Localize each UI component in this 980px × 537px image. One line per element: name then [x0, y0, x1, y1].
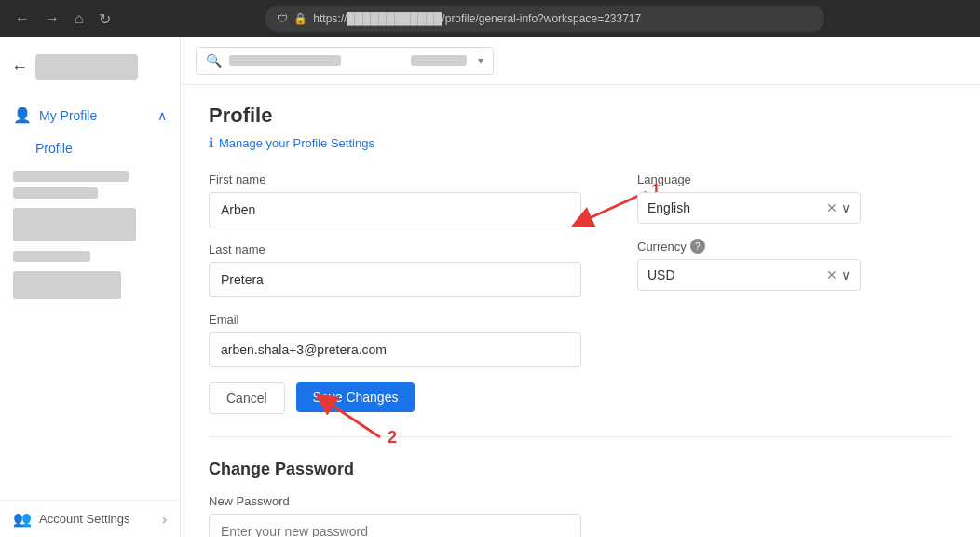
language-group: Language English ✕ ∨ — [637, 172, 861, 224]
first-name-group: First name 1 — [209, 172, 581, 227]
form-actions: Cancel Save Changes — [209, 382, 581, 414]
refresh-button[interactable]: ↻ — [95, 7, 115, 32]
right-panel: 🔍 ▾ Profile ℹ Manage your Profile Settin… — [181, 37, 980, 537]
form-left: First name 1 — [209, 172, 581, 414]
shield-icon: 🛡 — [277, 12, 288, 25]
chevron-up-icon: ∧ — [157, 108, 167, 123]
language-clear-icon[interactable]: ✕ — [826, 200, 837, 215]
currency-label-text: Currency — [637, 240, 687, 254]
sidebar-header: ← — [0, 47, 180, 88]
search-placeholder-graphic — [229, 55, 341, 66]
currency-value: USD — [647, 268, 826, 282]
url-text: https://████████████/profile/general-inf… — [313, 12, 641, 25]
form-columns: First name 1 — [209, 172, 952, 414]
email-group: Email — [209, 312, 581, 367]
currency-group: Currency ? USD ✕ ∨ — [637, 239, 861, 291]
language-select[interactable]: English ✕ ∨ — [637, 192, 861, 224]
language-label: Language — [637, 172, 861, 186]
currency-help-icon[interactable]: ? — [690, 239, 705, 254]
language-value: English — [647, 200, 826, 215]
save-button-wrapper: Save Changes 2 — [296, 382, 415, 414]
sidebar-bottom: 👥 Account Settings › — [0, 500, 180, 537]
manage-profile-link[interactable]: ℹ Manage your Profile Settings — [209, 135, 952, 150]
search-box[interactable]: 🔍 ▾ — [196, 47, 494, 75]
forward-button[interactable]: → — [41, 7, 63, 31]
sidebar-placeholders — [0, 163, 180, 310]
currency-chevron-icon[interactable]: ∨ — [841, 268, 851, 282]
save-changes-button[interactable]: Save Changes — [296, 382, 415, 412]
lock-icon: 🔒 — [293, 12, 307, 25]
address-bar[interactable]: 🛡 🔒 https://████████████/profile/general… — [265, 6, 824, 32]
new-password-group: New Password — [209, 494, 581, 537]
home-button[interactable]: ⌂ — [71, 7, 88, 31]
new-password-label: New Password — [209, 494, 581, 508]
currency-label-row: Currency ? — [637, 239, 861, 254]
section-divider — [209, 436, 952, 437]
page-title: Profile — [209, 103, 952, 128]
main-content: Profile ℹ Manage your Profile Settings F… — [181, 85, 980, 537]
last-name-label: Last name — [209, 242, 581, 256]
info-icon: ℹ — [209, 135, 213, 150]
last-name-group: Last name — [209, 242, 581, 297]
currency-clear-icon[interactable]: ✕ — [826, 268, 837, 282]
sidebar-item-profile[interactable]: Profile — [0, 133, 180, 163]
sidebar: ← 👤 My Profile ∧ Profile — [0, 37, 181, 537]
my-profile-label: My Profile — [39, 108, 97, 123]
new-password-input[interactable] — [209, 514, 581, 537]
sidebar-item-my-profile[interactable]: 👤 My Profile ∧ — [0, 97, 180, 133]
sidebar-back-button[interactable]: ← — [11, 58, 28, 77]
change-password-title: Change Password — [209, 460, 952, 479]
search-right-graphic — [411, 55, 467, 66]
email-input[interactable] — [209, 332, 581, 367]
search-icon: 🔍 — [206, 53, 222, 68]
sidebar-content: 👤 My Profile ∧ Profile — [0, 88, 180, 537]
account-settings-label: Account Settings — [39, 512, 130, 526]
browser-chrome: ← → ⌂ ↻ 🛡 🔒 https://████████████/profile… — [0, 0, 980, 37]
currency-select[interactable]: USD ✕ ∨ — [637, 259, 861, 291]
sidebar-item-account-settings[interactable]: 👥 Account Settings › — [0, 500, 180, 537]
chevron-right-icon: › — [162, 512, 167, 527]
first-name-label: First name — [209, 172, 581, 186]
language-chevron-icon[interactable]: ∨ — [841, 200, 851, 215]
first-name-input-wrapper: 1 — [209, 192, 581, 227]
form-right: Language English ✕ ∨ Currency ? — [637, 172, 861, 414]
email-label: Email — [209, 312, 581, 326]
sidebar-nav: 👤 My Profile ∧ Profile — [0, 97, 180, 310]
first-name-input[interactable] — [209, 192, 581, 227]
account-settings-icon: 👥 — [13, 510, 32, 528]
app-layout: ← 👤 My Profile ∧ Profile — [0, 37, 980, 537]
person-icon: 👤 — [13, 106, 32, 124]
sidebar-logo — [35, 54, 138, 80]
back-button[interactable]: ← — [11, 7, 34, 31]
cancel-button[interactable]: Cancel — [209, 382, 285, 414]
manage-link-text: Manage your Profile Settings — [219, 136, 374, 150]
topbar: 🔍 ▾ — [181, 37, 980, 85]
last-name-input[interactable] — [209, 262, 581, 297]
svg-text:2: 2 — [388, 428, 397, 447]
search-dropdown-icon[interactable]: ▾ — [478, 54, 483, 67]
